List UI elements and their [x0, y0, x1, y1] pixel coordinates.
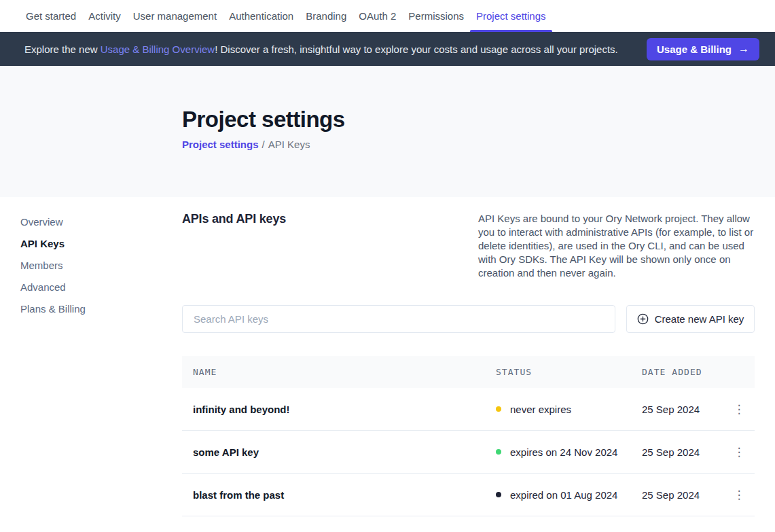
- column-header-status: STATUS: [496, 367, 642, 377]
- table-header-row: NAME STATUS DATE ADDED: [182, 356, 755, 388]
- status-dot-icon: [496, 449, 501, 455]
- create-api-key-button-label: Create new API key: [655, 313, 744, 325]
- status-text: never expires: [510, 404, 571, 415]
- date-added: 25 Sep 2024: [642, 489, 723, 501]
- api-key-status: expires on 24 Nov 2024: [496, 446, 642, 458]
- table-controls: Create new API key: [182, 305, 755, 333]
- table-row: some API key expires on 24 Nov 2024 25 S…: [182, 431, 755, 474]
- sidebar-item-overview[interactable]: Overview: [20, 211, 182, 233]
- status-text: expires on 24 Nov 2024: [510, 446, 617, 458]
- status-dot-icon: [496, 492, 501, 497]
- sidebar-item-advanced[interactable]: Advanced: [20, 277, 182, 298]
- tab-permissions[interactable]: Permissions: [402, 0, 470, 32]
- main-panel: APIs and API keys API Keys are bound to …: [182, 197, 755, 516]
- section-intro: APIs and API keys API Keys are bound to …: [182, 212, 755, 280]
- tab-oauth2[interactable]: OAuth 2: [353, 0, 402, 32]
- breadcrumb-current: API Keys: [268, 139, 310, 150]
- tab-project-settings[interactable]: Project settings: [470, 0, 552, 32]
- banner-message: Explore the new Usage & Billing Overview…: [24, 43, 647, 55]
- row-actions: [723, 442, 755, 462]
- banner-text-before: Explore the new: [24, 43, 101, 55]
- page-header: Project settings Project settings/API Ke…: [0, 66, 775, 197]
- tab-user-management[interactable]: User management: [127, 0, 223, 32]
- content-area: Overview API Keys Members Advanced Plans…: [0, 197, 775, 516]
- plus-circle-icon: [637, 313, 649, 325]
- api-key-status: never expires: [496, 404, 642, 415]
- section-description: API Keys are bound to your Ory Network p…: [478, 212, 755, 280]
- status-text: expired on 01 Aug 2024: [510, 489, 617, 501]
- column-header-date-added: DATE ADDED: [642, 367, 723, 377]
- kebab-menu-icon[interactable]: [728, 442, 751, 462]
- date-added: 25 Sep 2024: [642, 404, 723, 415]
- breadcrumb-separator: /: [262, 139, 265, 150]
- kebab-menu-icon[interactable]: [728, 485, 751, 505]
- status-dot-icon: [496, 406, 501, 412]
- api-key-name: blast from the past: [182, 489, 496, 501]
- date-added: 25 Sep 2024: [642, 446, 723, 458]
- row-actions: [723, 400, 755, 419]
- usage-billing-overview-link[interactable]: Usage & Billing Overview: [101, 43, 215, 55]
- row-actions: [723, 485, 755, 505]
- api-keys-table: NAME STATUS DATE ADDED infinity and beyo…: [182, 356, 755, 516]
- api-key-name: infinity and beyond!: [182, 404, 496, 415]
- tab-get-started[interactable]: Get started: [20, 0, 82, 32]
- table-row: infinity and beyond! never expires 25 Se…: [182, 388, 755, 431]
- banner-text-after: ! Discover a fresh, insightful way to ex…: [215, 43, 618, 55]
- api-key-name: some API key: [182, 446, 496, 458]
- sidebar-item-members[interactable]: Members: [20, 255, 182, 277]
- top-navigation: Get started Activity User management Aut…: [0, 0, 775, 32]
- announcement-banner: Explore the new Usage & Billing Overview…: [0, 32, 775, 66]
- page-title: Project settings: [182, 107, 755, 132]
- settings-sidebar: Overview API Keys Members Advanced Plans…: [0, 197, 182, 320]
- sidebar-item-api-keys[interactable]: API Keys: [20, 233, 182, 255]
- column-header-name: NAME: [182, 367, 496, 377]
- section-title: APIs and API keys: [182, 212, 286, 226]
- tab-authentication[interactable]: Authentication: [223, 0, 300, 32]
- create-api-key-button[interactable]: Create new API key: [626, 305, 755, 333]
- usage-billing-button-label: Usage & Billing: [657, 43, 732, 55]
- table-row: blast from the past expired on 01 Aug 20…: [182, 474, 755, 516]
- breadcrumb: Project settings/API Keys: [182, 139, 755, 150]
- api-key-status: expired on 01 Aug 2024: [496, 489, 642, 501]
- tab-activity[interactable]: Activity: [82, 0, 127, 32]
- usage-billing-button[interactable]: Usage & Billing →: [647, 38, 759, 60]
- breadcrumb-project-settings-link[interactable]: Project settings: [182, 139, 259, 150]
- search-input[interactable]: [182, 305, 615, 333]
- kebab-menu-icon[interactable]: [728, 400, 751, 419]
- sidebar-item-plans-billing[interactable]: Plans & Billing: [20, 298, 182, 320]
- tab-branding[interactable]: Branding: [300, 0, 353, 32]
- arrow-right-icon: →: [738, 43, 749, 54]
